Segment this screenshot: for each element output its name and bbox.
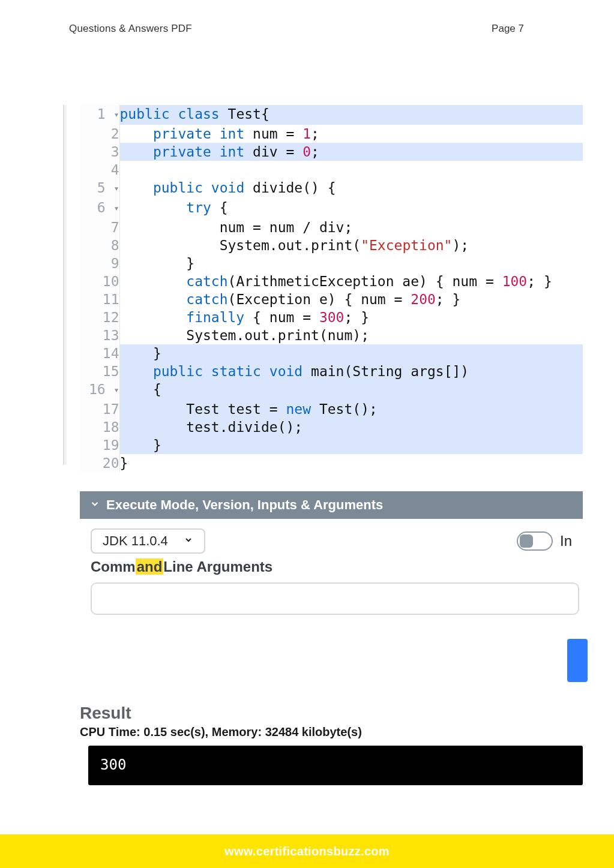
code-line[interactable]: } — [119, 454, 583, 472]
jdk-version-value: JDK 11.0.4 — [103, 533, 168, 549]
code-line[interactable]: System.out.print("Exception"); — [119, 236, 583, 254]
line-number: 18 — [80, 418, 119, 436]
execute-panel-header[interactable]: Execute Mode, Version, Inputs & Argument… — [80, 491, 583, 519]
line-number: 10 — [80, 272, 119, 290]
line-number: 1 ▾ — [80, 105, 119, 125]
fold-icon[interactable]: ▾ — [113, 183, 119, 194]
commandline-label: CommandLine Arguments — [91, 558, 272, 575]
line-number: 3 — [80, 143, 119, 161]
code-line[interactable]: private int div = 0; — [119, 143, 583, 161]
code-line[interactable]: try { — [119, 199, 583, 218]
code-line[interactable]: finally { num = 300; } — [119, 308, 583, 326]
code-line[interactable]: public class Test{ — [119, 105, 583, 125]
result-title: Result — [80, 704, 131, 723]
line-number: 16 ▾ — [80, 380, 119, 400]
chevron-down-icon — [89, 497, 100, 513]
line-number: 6 ▾ — [80, 199, 119, 218]
line-number: 15 — [80, 362, 119, 380]
console-output: 300 — [88, 746, 583, 785]
toggle-label: In — [560, 533, 572, 549]
options-row: JDK 11.0.4 In — [80, 521, 583, 557]
code-line[interactable]: System.out.print(num); — [119, 326, 583, 344]
code-line[interactable]: test.divide(); — [119, 418, 583, 436]
commandline-input[interactable] — [91, 582, 579, 615]
code-line[interactable]: } — [119, 254, 583, 272]
code-line[interactable]: public void divide() { — [119, 179, 583, 199]
code-line[interactable]: num = num / div; — [119, 218, 583, 236]
code-editor: 1 ▾public class Test{2 private int num =… — [80, 105, 583, 472]
execute-panel-title: Execute Mode, Version, Inputs & Argument… — [106, 497, 383, 513]
code-line[interactable]: Test test = new Test(); — [119, 400, 583, 418]
page-header-right: Page 7 — [492, 23, 524, 35]
code-line[interactable]: } — [119, 436, 583, 454]
chevron-down-icon — [184, 535, 193, 547]
line-number: 20 — [80, 454, 119, 472]
footer-url: www.certificationsbuzz.com — [224, 845, 390, 858]
line-number: 13 — [80, 326, 119, 344]
line-number: 11 — [80, 290, 119, 308]
left-border — [63, 105, 67, 465]
line-number: 4 — [80, 161, 119, 179]
line-number: 14 — [80, 344, 119, 362]
toggle-knob — [520, 534, 533, 548]
page-footer: www.certificationsbuzz.com — [0, 834, 614, 868]
line-number: 12 — [80, 308, 119, 326]
line-number: 5 ▾ — [80, 179, 119, 199]
line-number: 9 — [80, 254, 119, 272]
line-number: 2 — [80, 125, 119, 143]
jdk-version-select[interactable]: JDK 11.0.4 — [91, 528, 205, 554]
fold-icon[interactable]: ▾ — [113, 203, 119, 214]
code-line[interactable]: private int num = 1; — [119, 125, 583, 143]
code-line[interactable]: catch(Exception e) { num = 200; } — [119, 290, 583, 308]
line-number: 7 — [80, 218, 119, 236]
interactive-toggle[interactable] — [517, 531, 553, 551]
code-line[interactable]: public static void main(String args[]) — [119, 362, 583, 380]
fold-icon[interactable]: ▾ — [113, 385, 119, 395]
code-line[interactable]: catch(ArithmeticException ae) { num = 10… — [119, 272, 583, 290]
code-line[interactable]: { — [119, 380, 583, 400]
fold-icon[interactable]: ▾ — [113, 109, 119, 120]
execute-button-edge[interactable] — [567, 639, 588, 682]
code-line[interactable]: } — [119, 344, 583, 362]
line-number: 17 — [80, 400, 119, 418]
page-header-left: Questions & Answers PDF — [69, 23, 192, 35]
line-number: 8 — [80, 236, 119, 254]
code-line[interactable] — [119, 161, 583, 179]
cpu-memory-line: CPU Time: 0.15 sec(s), Memory: 32484 kil… — [80, 725, 362, 739]
line-number: 19 — [80, 436, 119, 454]
